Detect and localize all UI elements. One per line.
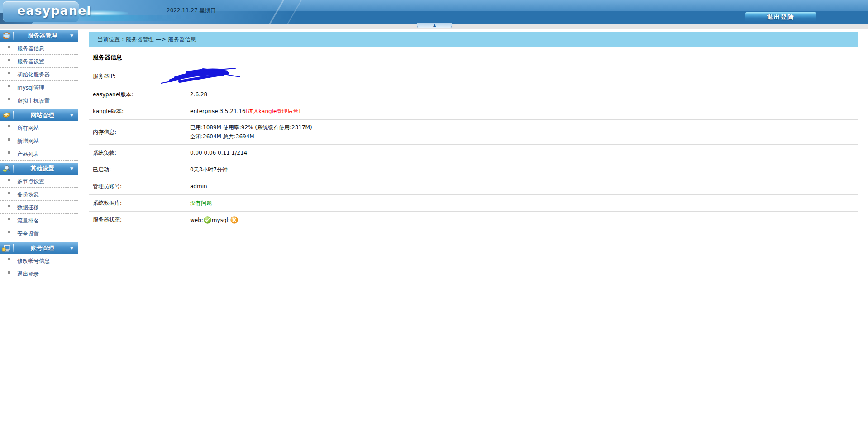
section-divider — [13, 165, 14, 173]
chevron-down-icon: ▼ — [70, 33, 73, 38]
status-label: web: — [190, 217, 203, 223]
row-label: 服务器状态: — [89, 216, 190, 224]
row-label: 已启动: — [89, 166, 190, 174]
sidebar-item[interactable]: mysql管理 — [0, 81, 78, 94]
sidebar-item[interactable]: 数据迁移 — [0, 201, 78, 214]
status-ok-icon — [204, 216, 211, 224]
memory-line: 已用:1089M 使用率:92% (系统缓存使用:2317M) — [190, 123, 858, 132]
main-content: 当前位置：服务器管理 —> 服务器信息 服务器信息 服务器IP:easypane… — [89, 32, 858, 228]
sidebar-section-title: 服务器管理 — [14, 32, 70, 40]
sidebar-section-header[interactable]: 其他设置▼ — [0, 163, 78, 175]
row-value: 0天3小时7分钟 — [190, 166, 858, 174]
chevron-up-icon: ▲ — [417, 23, 452, 28]
table-row: 已启动:0天3小时7分钟 — [89, 161, 858, 178]
row-value: enterprise 3.5.21.16[进入kangle管理后台] — [190, 108, 858, 115]
sidebar-item[interactable]: 退出登录 — [0, 267, 78, 280]
row-value: web:mysql: — [190, 216, 858, 224]
row-value: admin — [190, 183, 858, 189]
section-divider — [13, 111, 14, 119]
logout-button[interactable]: 退出登陆 — [745, 12, 816, 22]
table-row: kangle版本:enterprise 3.5.21.16[进入kangle管理… — [89, 103, 858, 120]
page-title: 服务器信息 — [93, 53, 858, 61]
sidebar-item[interactable]: 产品列表 — [0, 147, 78, 161]
status-error-icon — [230, 216, 238, 224]
globe-sync-icon — [0, 31, 13, 41]
section-divider — [13, 244, 14, 252]
db-status-ok-text: 没有问题 — [190, 200, 212, 206]
breadcrumb: 当前位置：服务器管理 —> 服务器信息 — [89, 32, 858, 47]
table-row: easypanel版本:2.6.28 — [89, 86, 858, 103]
sidebar-item[interactable]: 虚拟主机设置 — [0, 94, 78, 107]
collapse-header-tab[interactable]: ▲ — [417, 23, 452, 28]
chevron-down-icon: ▼ — [70, 166, 73, 171]
sidebar-item[interactable]: 修改帐号信息 — [0, 254, 78, 267]
sidebar-item[interactable]: 服务器信息 — [0, 42, 78, 55]
sidebar-item[interactable]: 服务器设置 — [0, 55, 78, 68]
status-label: mysql: — [212, 217, 230, 223]
sidebar-item[interactable]: 初始化服务器 — [0, 68, 78, 81]
row-value: 没有问题 — [190, 199, 858, 207]
row-label: kangle版本: — [89, 108, 190, 115]
row-label: 内存信息: — [89, 128, 190, 136]
app-logo: easypanel — [17, 4, 91, 18]
books-icon — [0, 110, 13, 120]
row-label: 管理员账号: — [89, 183, 190, 190]
memory-line: 空闲:2604M 总共:3694M — [190, 132, 858, 141]
row-label: 系统负载: — [89, 149, 190, 157]
row-value: 2.6.28 — [190, 91, 858, 98]
row-value: 已用:1089M 使用率:92% (系统缓存使用:2317M)空闲:2604M … — [190, 123, 858, 141]
table-row: 系统负载:0.00 0.06 0.11 1/214 — [89, 145, 858, 161]
sidebar-item[interactable]: 备份恢复 — [0, 188, 78, 201]
sidebar: 服务器管理▼服务器信息服务器设置初始化服务器mysql管理虚拟主机设置网站管理▼… — [0, 30, 78, 280]
magnifier-icon — [0, 164, 13, 174]
row-label: 系统数据库: — [89, 199, 190, 207]
sidebar-section-title: 其他设置 — [14, 165, 70, 173]
sidebar-section-title: 账号管理 — [14, 244, 70, 252]
table-row: 系统数据库:没有问题 — [89, 195, 858, 212]
sidebar-section-header[interactable]: 服务器管理▼ — [0, 30, 78, 42]
sidebar-item[interactable]: 流量排名 — [0, 214, 78, 227]
row-value: 0.00 0.06 0.11 1/214 — [190, 150, 858, 156]
monitor-icon — [0, 243, 13, 253]
table-row: 服务器状态:web:mysql: — [89, 212, 858, 228]
sidebar-item[interactable]: 安全设置 — [0, 227, 78, 240]
sidebar-item[interactable]: 新增网站 — [0, 134, 78, 147]
header-date: 2022.11.27 星期日 — [167, 7, 216, 14]
table-row: 内存信息:已用:1089M 使用率:92% (系统缓存使用:2317M)空闲:2… — [89, 120, 858, 145]
sidebar-section-header[interactable]: 账号管理▼ — [0, 242, 78, 254]
chevron-down-icon: ▼ — [70, 246, 73, 250]
table-row: 服务器IP: — [89, 66, 858, 86]
row-label: 服务器IP: — [89, 72, 190, 80]
table-row: 管理员账号:admin — [89, 178, 858, 195]
chevron-down-icon: ▼ — [70, 113, 73, 118]
sidebar-section-header[interactable]: 网站管理▼ — [0, 109, 78, 121]
sidebar-section-title: 网站管理 — [14, 111, 70, 119]
server-info-table: 服务器IP:easypanel版本:2.6.28kangle版本:enterpr… — [89, 66, 858, 228]
sidebar-item[interactable]: 多节点设置 — [0, 175, 78, 188]
header: easypanel 2022.11.27 星期日 退出登陆 — [0, 0, 868, 24]
section-divider — [13, 32, 14, 40]
row-label: easypanel版本: — [89, 91, 190, 99]
kangle-admin-link[interactable]: [进入kangle管理后台] — [246, 108, 300, 114]
sidebar-item[interactable]: 所有网站 — [0, 121, 78, 134]
